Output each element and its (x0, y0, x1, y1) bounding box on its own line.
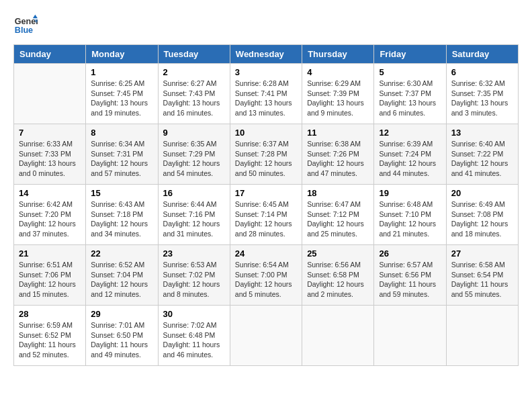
day-info: Sunrise: 6:25 AMSunset: 7:45 PMDaylight:… (91, 79, 152, 118)
day-info: Sunrise: 7:02 AMSunset: 6:48 PMDaylight:… (163, 320, 225, 360)
day-number: 10 (235, 128, 297, 138)
calendar-cell: 14Sunrise: 6:42 AMSunset: 7:20 PMDayligh… (14, 185, 86, 245)
day-info: Sunrise: 6:35 AMSunset: 7:29 PMDaylight:… (163, 139, 225, 179)
day-info: Sunrise: 6:42 AMSunset: 7:20 PMDaylight:… (19, 199, 81, 239)
day-number: 28 (19, 309, 81, 319)
weekday-header: Sunday (14, 45, 86, 64)
calendar-cell: 30Sunrise: 7:02 AMSunset: 6:48 PMDayligh… (158, 306, 230, 366)
calendar-cell: 3Sunrise: 6:28 AMSunset: 7:41 PMDaylight… (230, 64, 302, 124)
calendar-cell: 7Sunrise: 6:33 AMSunset: 7:33 PMDaylight… (14, 124, 86, 185)
calendar-cell (374, 306, 446, 366)
calendar-cell: 18Sunrise: 6:47 AMSunset: 7:12 PMDayligh… (302, 185, 374, 245)
day-info: Sunrise: 6:34 AMSunset: 7:31 PMDaylight:… (91, 139, 152, 179)
day-number: 13 (451, 128, 513, 138)
day-number: 16 (163, 188, 225, 198)
calendar-cell: 2Sunrise: 6:27 AMSunset: 7:43 PMDaylight… (158, 64, 230, 124)
calendar-cell (14, 64, 86, 124)
day-info: Sunrise: 6:32 AMSunset: 7:35 PMDaylight:… (451, 79, 513, 118)
calendar-table: SundayMondayTuesdayWednesdayThursdayFrid… (13, 44, 519, 366)
day-number: 5 (379, 67, 441, 77)
weekday-header: Saturday (446, 45, 518, 64)
day-number: 24 (235, 248, 297, 259)
calendar-cell: 11Sunrise: 6:38 AMSunset: 7:26 PMDayligh… (302, 124, 374, 185)
calendar-cell: 8Sunrise: 6:34 AMSunset: 7:31 PMDaylight… (86, 124, 158, 185)
day-number: 14 (19, 188, 81, 198)
calendar-cell (302, 306, 374, 366)
calendar-cell: 20Sunrise: 6:49 AMSunset: 7:08 PMDayligh… (446, 185, 518, 245)
calendar-cell: 27Sunrise: 6:58 AMSunset: 6:54 PMDayligh… (446, 245, 518, 306)
calendar-cell: 15Sunrise: 6:43 AMSunset: 7:18 PMDayligh… (86, 185, 158, 245)
day-number: 19 (379, 188, 441, 198)
weekday-header: Friday (374, 45, 446, 64)
day-info: Sunrise: 6:53 AMSunset: 7:02 PMDaylight:… (163, 260, 225, 300)
day-info: Sunrise: 6:27 AMSunset: 7:43 PMDaylight:… (163, 79, 225, 118)
calendar-cell: 21Sunrise: 6:51 AMSunset: 7:06 PMDayligh… (14, 245, 86, 306)
day-number: 8 (91, 128, 152, 138)
calendar-cell: 26Sunrise: 6:57 AMSunset: 6:56 PMDayligh… (374, 245, 446, 306)
logo-icon: General Blue (13, 13, 38, 38)
day-number: 20 (451, 188, 513, 198)
calendar-cell: 19Sunrise: 6:48 AMSunset: 7:10 PMDayligh… (374, 185, 446, 245)
day-info: Sunrise: 6:58 AMSunset: 6:54 PMDaylight:… (451, 260, 513, 300)
day-info: Sunrise: 6:37 AMSunset: 7:28 PMDaylight:… (235, 139, 297, 179)
day-info: Sunrise: 7:01 AMSunset: 6:50 PMDaylight:… (91, 320, 152, 360)
day-number: 22 (91, 248, 152, 259)
day-number: 29 (91, 309, 152, 319)
calendar-cell: 1Sunrise: 6:25 AMSunset: 7:45 PMDaylight… (86, 64, 158, 124)
page-header: General Blue (13, 13, 519, 38)
calendar-week-row: 21Sunrise: 6:51 AMSunset: 7:06 PMDayligh… (14, 245, 519, 306)
day-number: 26 (379, 248, 441, 259)
calendar-cell: 4Sunrise: 6:29 AMSunset: 7:39 PMDaylight… (302, 64, 374, 124)
day-info: Sunrise: 6:56 AMSunset: 6:58 PMDaylight:… (307, 260, 369, 300)
day-info: Sunrise: 6:49 AMSunset: 7:08 PMDaylight:… (451, 199, 513, 239)
day-info: Sunrise: 6:48 AMSunset: 7:10 PMDaylight:… (379, 199, 441, 239)
calendar-cell: 6Sunrise: 6:32 AMSunset: 7:35 PMDaylight… (446, 64, 518, 124)
calendar-cell: 17Sunrise: 6:45 AMSunset: 7:14 PMDayligh… (230, 185, 302, 245)
weekday-header: Monday (86, 45, 158, 64)
day-number: 9 (163, 128, 225, 138)
day-info: Sunrise: 6:59 AMSunset: 6:52 PMDaylight:… (19, 320, 81, 360)
day-info: Sunrise: 6:38 AMSunset: 7:26 PMDaylight:… (307, 139, 369, 179)
day-number: 2 (163, 67, 225, 77)
day-number: 21 (19, 248, 81, 259)
day-info: Sunrise: 6:44 AMSunset: 7:16 PMDaylight:… (163, 199, 225, 239)
day-number: 17 (235, 188, 297, 198)
day-info: Sunrise: 6:54 AMSunset: 7:00 PMDaylight:… (235, 260, 297, 300)
weekday-header: Wednesday (230, 45, 302, 64)
day-info: Sunrise: 6:33 AMSunset: 7:33 PMDaylight:… (19, 139, 81, 179)
day-number: 30 (163, 309, 225, 319)
calendar-cell: 16Sunrise: 6:44 AMSunset: 7:16 PMDayligh… (158, 185, 230, 245)
calendar-cell: 29Sunrise: 7:01 AMSunset: 6:50 PMDayligh… (86, 306, 158, 366)
day-number: 23 (163, 248, 225, 259)
day-info: Sunrise: 6:52 AMSunset: 7:04 PMDaylight:… (91, 260, 152, 300)
day-info: Sunrise: 6:28 AMSunset: 7:41 PMDaylight:… (235, 79, 297, 118)
weekday-header: Tuesday (158, 45, 230, 64)
day-info: Sunrise: 6:43 AMSunset: 7:18 PMDaylight:… (91, 199, 152, 239)
calendar-cell: 5Sunrise: 6:30 AMSunset: 7:37 PMDaylight… (374, 64, 446, 124)
day-number: 18 (307, 188, 369, 198)
calendar-cell: 24Sunrise: 6:54 AMSunset: 7:00 PMDayligh… (230, 245, 302, 306)
day-number: 7 (19, 128, 81, 138)
weekday-header: Thursday (302, 45, 374, 64)
calendar-cell (230, 306, 302, 366)
day-number: 27 (451, 248, 513, 259)
day-number: 1 (91, 67, 152, 77)
day-info: Sunrise: 6:51 AMSunset: 7:06 PMDaylight:… (19, 260, 81, 300)
svg-text:Blue: Blue (15, 26, 33, 35)
day-info: Sunrise: 6:29 AMSunset: 7:39 PMDaylight:… (307, 79, 369, 118)
calendar-body: 1Sunrise: 6:25 AMSunset: 7:45 PMDaylight… (14, 64, 519, 366)
calendar-cell: 23Sunrise: 6:53 AMSunset: 7:02 PMDayligh… (158, 245, 230, 306)
calendar-cell: 10Sunrise: 6:37 AMSunset: 7:28 PMDayligh… (230, 124, 302, 185)
day-number: 3 (235, 67, 297, 77)
calendar-header: SundayMondayTuesdayWednesdayThursdayFrid… (14, 45, 519, 64)
calendar-cell: 9Sunrise: 6:35 AMSunset: 7:29 PMDaylight… (158, 124, 230, 185)
logo: General Blue (13, 13, 38, 38)
day-info: Sunrise: 6:39 AMSunset: 7:24 PMDaylight:… (379, 139, 441, 179)
day-number: 12 (379, 128, 441, 138)
calendar-cell: 28Sunrise: 6:59 AMSunset: 6:52 PMDayligh… (14, 306, 86, 366)
day-info: Sunrise: 6:40 AMSunset: 7:22 PMDaylight:… (451, 139, 513, 179)
calendar-cell: 12Sunrise: 6:39 AMSunset: 7:24 PMDayligh… (374, 124, 446, 185)
calendar-week-row: 14Sunrise: 6:42 AMSunset: 7:20 PMDayligh… (14, 185, 519, 245)
calendar-cell (446, 306, 518, 366)
day-number: 15 (91, 188, 152, 198)
